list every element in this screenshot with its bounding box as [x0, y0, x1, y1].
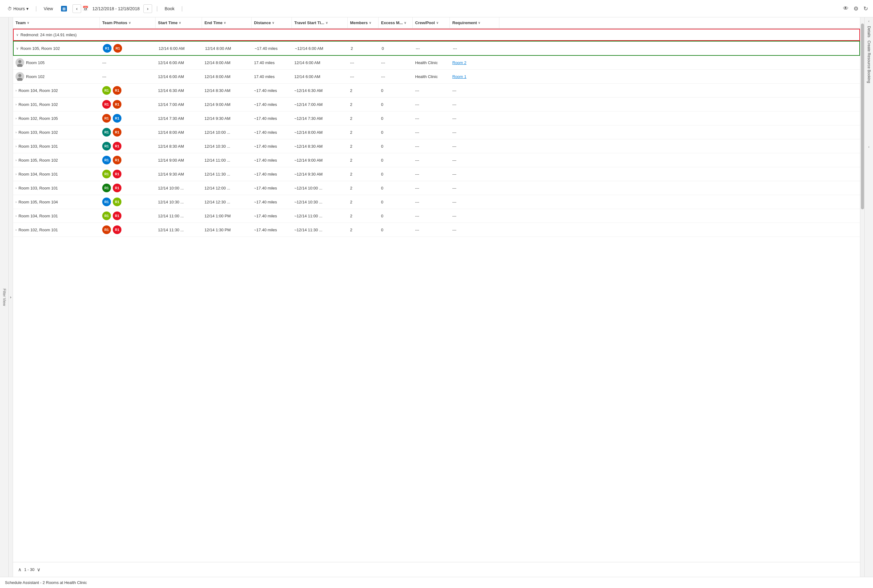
- next-page-button[interactable]: ∨: [37, 567, 41, 573]
- row1-expand-icon: ∨: [16, 46, 19, 51]
- group-label: Redmond: 24 min (14.91 miles): [21, 33, 77, 37]
- prev-button[interactable]: ‹: [72, 4, 81, 13]
- row6-team-cell: › Room 103, Room 101: [13, 140, 100, 153]
- row1-members-cell: 2: [348, 42, 379, 55]
- filter-view-tab[interactable]: Filter View: [0, 17, 9, 577]
- gear-icon[interactable]: ⚙: [853, 5, 858, 12]
- col-members[interactable]: Members ∨: [348, 17, 379, 28]
- sort-members-icon: ∨: [369, 21, 371, 24]
- col-team[interactable]: Team ∨: [13, 17, 100, 28]
- row12-team: Room 102, Room 101: [19, 228, 58, 232]
- col-req-label: Requirement: [452, 20, 477, 25]
- sub2-team: Room 102: [26, 74, 45, 79]
- refresh-icon[interactable]: ↻: [863, 5, 868, 12]
- table-body: ∨ Redmond: 24 min (14.91 miles): [13, 29, 860, 237]
- col-members-label: Members: [350, 20, 368, 25]
- row11-end: 12/14 1:00 PM: [202, 209, 252, 223]
- row7-team: Room 105, Room 102: [19, 158, 58, 162]
- row9-crew: ---: [413, 181, 450, 195]
- sub1-req-link[interactable]: Room 2: [452, 60, 467, 65]
- sort-team-photos-icon: ∨: [129, 21, 131, 24]
- view-button[interactable]: View: [41, 5, 56, 12]
- col-end-time-label: End Time: [204, 20, 222, 25]
- right-panel-expand-icon: ‹: [868, 145, 870, 148]
- col-travel-start-time[interactable]: Travel Start Ti... ∨: [292, 17, 348, 28]
- table-row[interactable]: › Room 104, Room 102 R1 R1 12/14 6:30 AM…: [13, 84, 860, 98]
- table-row[interactable]: Room 105 --- 12/14 6:00 AM 12/14 8:00 AM…: [13, 56, 860, 70]
- scrollbar-thumb[interactable]: [861, 24, 864, 209]
- group-cell-start: [156, 29, 203, 40]
- row6-excess: 0: [379, 140, 413, 153]
- col-start-time[interactable]: Start Time ∨: [156, 17, 202, 28]
- avatar: R1: [102, 225, 111, 234]
- sub1-req: Room 2: [450, 56, 499, 69]
- row8-photos-cell: R1 R1: [100, 167, 156, 181]
- next-button[interactable]: ›: [143, 4, 152, 13]
- row8-team-cell: › Room 104, Room 101: [13, 167, 100, 181]
- table-row[interactable]: › Room 104, Room 101 R1 R1 12/14 11:00 .…: [13, 209, 860, 223]
- hours-button[interactable]: ⏱ Hours ▾: [5, 5, 31, 12]
- group-row-redmond[interactable]: ∨ Redmond: 24 min (14.91 miles): [13, 29, 860, 41]
- row5-photos-cell: R1 R1: [100, 125, 156, 139]
- col-crew-label: Crew/Pool: [415, 20, 435, 25]
- table-row[interactable]: › Room 105, Room 102 R1 R1 12/14 9:00 AM…: [13, 153, 860, 167]
- row10-excess: 0: [379, 195, 413, 209]
- row2-travel: ~12/14 6:30 AM: [292, 84, 348, 97]
- row5-expand-icon: ›: [15, 130, 17, 134]
- eye-icon[interactable]: 👁: [843, 5, 849, 12]
- group-cell-end: [203, 29, 252, 40]
- row2-end: 12/14 8:30 AM: [202, 84, 252, 97]
- book-button[interactable]: Book: [162, 5, 177, 12]
- row12-dist: ~17.40 miles: [252, 223, 292, 237]
- row2-req: ---: [450, 84, 499, 97]
- person-avatar: [15, 58, 24, 67]
- prev-page-button[interactable]: ∧: [18, 567, 22, 573]
- col-excess-m[interactable]: Excess M... ∨: [379, 17, 413, 28]
- col-team-photos[interactable]: Team Photos ∨: [100, 17, 156, 28]
- sort-travel-icon: ∨: [326, 21, 328, 24]
- row3-team-cell: › Room 101, Room 102: [13, 98, 100, 111]
- row1-team: Room 105, Room 102: [21, 46, 60, 51]
- table-row[interactable]: › Room 102, Room 101 R1 R1 12/14 11:30 .…: [13, 223, 860, 237]
- table-row[interactable]: › Room 101, Room 102 R1 R1 12/14 7:00 AM…: [13, 98, 860, 111]
- row3-crew: ---: [413, 98, 450, 111]
- grid-view-button[interactable]: ▦: [59, 4, 69, 13]
- col-travel-label: Travel Start Ti...: [294, 20, 325, 25]
- table-row[interactable]: › Room 103, Room 101 R1 R1 12/14 10:00 .…: [13, 181, 860, 195]
- row12-photos-cell: R1 R1: [100, 223, 156, 237]
- sub1-start: 12/14 6:00 AM: [156, 56, 202, 69]
- row7-team-cell: › Room 105, Room 102: [13, 153, 100, 167]
- col-distance[interactable]: Distance ∨: [252, 17, 292, 28]
- col-requirement[interactable]: Requirement ∨: [450, 17, 499, 28]
- separator-3: |: [181, 5, 183, 12]
- grid-icon: ▦: [61, 6, 67, 12]
- scrollbar[interactable]: [860, 17, 864, 577]
- separator-2: |: [156, 5, 158, 12]
- table-row[interactable]: › Room 104, Room 101 R1 R1 12/14 9:30 AM…: [13, 167, 860, 181]
- row12-members: 2: [348, 223, 379, 237]
- avatar: R1: [113, 100, 122, 109]
- right-panel[interactable]: ‹ Details Create Resource Booking ‹: [864, 17, 873, 577]
- row4-team-cell: › Room 102, Room 105: [13, 111, 100, 125]
- table-row[interactable]: ∨ Room 105, Room 102 R1 R1 12/14 6:00 AM…: [13, 41, 860, 56]
- table-row[interactable]: › Room 103, Room 102 R1 R1 12/14 8:00 AM…: [13, 125, 860, 140]
- row12-expand-icon: ›: [15, 228, 17, 232]
- row3-end: 12/14 9:00 AM: [202, 98, 252, 111]
- chevron-down-icon: ▾: [26, 6, 29, 11]
- row6-dist: ~17.40 miles: [252, 140, 292, 153]
- table-row[interactable]: › Room 102, Room 105 R1 R1 12/14 7:30 AM…: [13, 111, 860, 125]
- table-wrapper[interactable]: Team ∨ Team Photos ∨ Start Time ∨ End Ti…: [13, 17, 860, 562]
- left-collapse-button[interactable]: ›: [9, 17, 13, 577]
- row9-end: 12/14 12:00 ...: [202, 181, 252, 195]
- sort-start-time-icon: ∨: [179, 21, 181, 24]
- table-row[interactable]: › Room 103, Room 101 R1 R1 12/14 8:30 AM…: [13, 140, 860, 153]
- col-end-time[interactable]: End Time ∨: [202, 17, 252, 28]
- row1-excess-cell: 0: [379, 42, 413, 55]
- clock-icon: ⏱: [8, 6, 12, 11]
- avatar: R1: [113, 170, 122, 178]
- sub2-req-link[interactable]: Room 1: [452, 74, 467, 79]
- row1-start-cell: 12/14 6:00 AM: [156, 42, 203, 55]
- col-crew-pool[interactable]: Crew/Pool ∨: [413, 17, 450, 28]
- table-row[interactable]: Room 102 --- 12/14 6:00 AM 12/14 8:00 AM…: [13, 70, 860, 84]
- table-row[interactable]: › Room 105, Room 104 R1 R1 12/14 10:30 .…: [13, 195, 860, 209]
